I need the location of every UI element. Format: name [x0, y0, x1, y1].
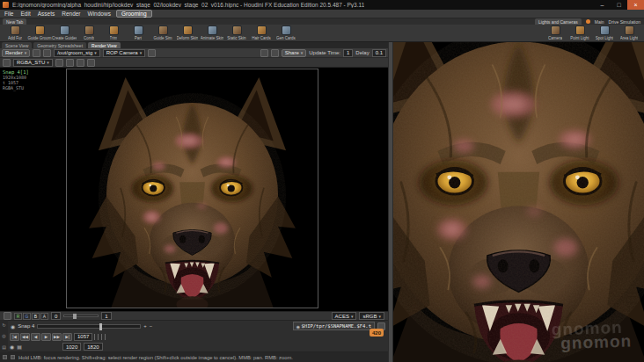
current-frame-field[interactable]: 1057: [74, 333, 92, 341]
tab-render-view[interactable]: Render View: [88, 42, 121, 48]
playback-button[interactable]: ▶|: [62, 333, 72, 341]
shelf-tool[interactable]: Point Light: [567, 25, 592, 40]
shelf-tools-left: Add Fur Guide Groom Create Guides Comb: [3, 25, 298, 40]
status-icon[interactable]: [3, 355, 7, 359]
grid-icon[interactable]: ▤: [17, 344, 22, 350]
drive-simulation-label[interactable]: Drive Simulation: [609, 19, 640, 25]
playback-button[interactable]: ◀◀: [20, 333, 30, 341]
shelf-tab-lights-cameras[interactable]: Lights and Cameras: [535, 18, 582, 25]
snapshot-label: Snap 4: [18, 323, 34, 329]
target-icon[interactable]: ◎: [2, 333, 5, 338]
shelf-tool-icon: [109, 25, 119, 35]
compare-icon[interactable]: [4, 312, 11, 320]
shelf-tool-icon: [575, 25, 585, 35]
exposure-slider[interactable]: [63, 315, 99, 317]
exposure-field[interactable]: 0: [51, 312, 61, 320]
menu-item[interactable]: Render: [62, 11, 80, 17]
range-start-field[interactable]: 1020: [62, 343, 81, 351]
playback-button[interactable]: ▶: [41, 333, 51, 341]
menu-item[interactable]: Windows: [88, 11, 111, 17]
range-end-field[interactable]: 1820: [84, 343, 102, 351]
camera-icon[interactable]: ◉: [10, 344, 14, 350]
update-time-field[interactable]: 1: [343, 49, 353, 57]
status-icon[interactable]: [11, 355, 15, 359]
shelf-tool[interactable]: Hair Cards: [249, 25, 274, 40]
menu-item[interactable]: Assets: [38, 11, 55, 17]
shelf-tool[interactable]: Create Guides: [52, 25, 77, 40]
image-plane-selector[interactable]: RGBA_STU ▾: [13, 59, 53, 67]
rendered-image[interactable]: [66, 69, 318, 308]
share-button[interactable]: Share ▾: [282, 49, 307, 57]
camera-selector[interactable]: ROP Camera ▾: [103, 49, 145, 57]
tab-scene-view[interactable]: Scene View: [2, 42, 32, 48]
shelf-tool[interactable]: Area Light: [617, 25, 641, 40]
gamma-field[interactable]: 1: [101, 312, 111, 320]
region-render-button[interactable]: [260, 49, 268, 57]
render-stop-button[interactable]: [33, 49, 40, 57]
chevron-down-icon: ▾: [140, 50, 143, 55]
scene-viewport-pane[interactable]: gnomon gnomon: [393, 42, 644, 362]
shelf-tool[interactable]: Trim: [101, 25, 126, 40]
creature-render: [67, 69, 318, 308]
channel-toggle[interactable]: R: [14, 313, 22, 320]
snapshot-slider[interactable]: [37, 324, 141, 329]
playback-button[interactable]: ◀: [31, 333, 40, 341]
rop-selector[interactable]: /out/groom_stg ▾: [54, 49, 100, 57]
guides-toggle-button[interactable]: [87, 59, 95, 67]
watermark: gnomon gnomon: [552, 320, 633, 351]
delay-field[interactable]: 0.1: [372, 49, 386, 57]
background-toggle-button[interactable]: [77, 59, 84, 67]
image-adjust-toolbar: RGBA 0 1 ACES ▾ sRGB ▾: [0, 311, 388, 320]
shelf-tab-left[interactable]: New Tab: [3, 18, 26, 25]
channel-toggle[interactable]: G: [23, 313, 31, 320]
view-options-button[interactable]: [148, 49, 156, 57]
plane-icon[interactable]: [3, 59, 11, 67]
shelf-tool[interactable]: Deform Skin: [175, 25, 200, 40]
snapshot-slider-knob[interactable]: [99, 323, 102, 330]
shelf-tool[interactable]: Gen Cards: [274, 25, 298, 40]
colorspace-selector[interactable]: ACES ▾: [332, 312, 357, 320]
close-button[interactable]: ×: [627, 0, 644, 10]
desktop-label[interactable]: Main: [595, 19, 604, 25]
playback-button[interactable]: ▶▶: [52, 333, 62, 341]
zoom-tool-button[interactable]: [55, 59, 63, 67]
houdini-logo-icon: [3, 2, 9, 8]
shelf-tool[interactable]: Animate Skin: [200, 25, 224, 40]
shelf-tool[interactable]: Guide Groom: [27, 25, 52, 40]
shelf-tool[interactable]: Camera: [543, 25, 567, 40]
chevron-down-icon: ▾: [378, 314, 381, 319]
channel-toggle[interactable]: A: [40, 313, 48, 320]
camera-icon[interactable]: ◉: [11, 323, 15, 329]
snapshot-path-box[interactable]: ◉ $HIP/tpr/$SNAPNAME.$F4.t: [293, 322, 375, 330]
maximize-button[interactable]: □: [611, 0, 627, 10]
shelf-tool-icon: [84, 25, 94, 35]
tab-geometry-spreadsheet[interactable]: Geometry Spreadsheet: [33, 42, 86, 48]
display-value: sRGB: [362, 314, 377, 319]
shelf-tool[interactable]: Add Fur: [3, 25, 27, 40]
reload-icon[interactable]: ↻: [2, 322, 5, 328]
image-plane-value: RGBA_STU: [17, 60, 45, 65]
channel-toggle[interactable]: B: [32, 313, 40, 320]
shelf-tool[interactable]: Part: [126, 25, 150, 40]
chevron-down-icon: ▾: [25, 50, 27, 55]
playback-button[interactable]: |◀: [10, 333, 19, 341]
shelf-tool[interactable]: Static Skin: [224, 25, 249, 40]
shelf-tool[interactable]: Comb: [77, 25, 101, 40]
grid-icon[interactable]: ▤: [2, 344, 6, 350]
menu-item[interactable]: Edit: [20, 11, 30, 17]
display-selector[interactable]: sRGB ▾: [359, 312, 384, 320]
render-button[interactable]: Render ▾: [2, 49, 30, 57]
shelf-tool[interactable]: Guide Sim: [150, 25, 175, 40]
shelf-tool[interactable]: Spot Light: [592, 25, 617, 40]
render-snapshot-button[interactable]: [43, 49, 51, 57]
pixel-inspect-button[interactable]: [66, 59, 74, 67]
render-viewport[interactable]: Snap 4[1] 1920x1080 t 1057 RGBA_STU: [0, 68, 388, 311]
grooming-menu-button[interactable]: Grooming: [116, 10, 152, 18]
add-snapshot-button[interactable]: +: [143, 323, 147, 329]
slider-knob[interactable]: [73, 314, 77, 319]
minimize-button[interactable]: –: [594, 0, 611, 10]
preview-toggle-button[interactable]: [271, 49, 279, 57]
shelf-tool-label: Create Guides: [52, 36, 77, 40]
remove-snapshot-button[interactable]: −: [150, 323, 153, 329]
menu-item[interactable]: File: [4, 11, 13, 17]
